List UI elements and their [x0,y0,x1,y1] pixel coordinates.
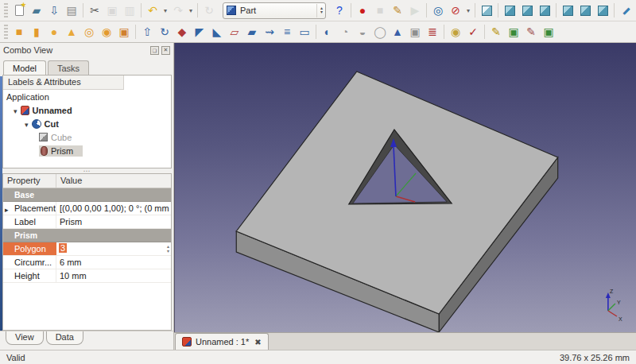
primitive-box-button[interactable]: ■ [10,23,28,41]
connect-objects-button[interactable]: ▲ [389,23,406,41]
refresh-button[interactable]: ↻ [200,2,218,19]
property-value[interactable]: 6 mm [56,256,171,269]
redo-history-button[interactable] [187,2,195,19]
save-document-button[interactable]: ⇩ [45,2,63,19]
view-axonometric-button[interactable] [478,2,495,19]
tab-view[interactable]: View [6,331,44,345]
view-rear-button[interactable] [559,2,576,19]
view-left-button[interactable] [594,2,611,19]
workbench-label: Part [240,6,256,15]
boolean-intersection-button[interactable]: ◯ [371,23,389,41]
tree-item-cube[interactable]: Cube [3,130,171,144]
zoom-fit-all-button[interactable]: ◎ [429,2,447,19]
macro-play-button[interactable]: ▶ [406,2,424,19]
tree-item-application[interactable]: Application [3,90,171,103]
expand-arrow-icon[interactable] [5,204,9,214]
polygon-spinbox[interactable]: 3 [56,242,171,255]
extrude-button[interactable]: ⇧ [138,23,156,41]
fillet-button[interactable]: ◤ [191,23,208,41]
float-panel-icon[interactable] [150,46,159,55]
primitive-sphere-button[interactable]: ● [45,23,63,41]
check-geometry-button[interactable]: ◉ [447,23,464,41]
redo-button[interactable]: ↷ [169,2,187,19]
print-button[interactable]: ▤ [63,2,80,19]
workbench-selector[interactable]: Part [223,2,326,19]
whats-this-button[interactable]: ? [331,2,348,19]
cut-clipboard-button[interactable]: ✂ [86,2,103,19]
primitive-cylinder-button[interactable]: ▮ [28,23,45,41]
boolean-cut-button[interactable]: ◔ [336,23,354,41]
close-document-icon[interactable] [254,338,261,347]
combo-view-tabs: Model Tasks [0,57,173,75]
macro-stop-button[interactable]: ■ [371,2,389,19]
copy-button[interactable]: ▣ [103,2,121,19]
property-row-placement[interactable]: Placement [(0,00 0,00 1,00); 0 °; (0 mm … [3,202,171,215]
save-document-icon: ⇩ [49,5,59,16]
property-row-height[interactable]: Height 10 mm [3,269,171,283]
property-value[interactable]: [(0,00 0,00 1,00); 0 °; (0 mm 0 m... [56,202,171,215]
cross-section-button[interactable]: ▭ [296,23,313,41]
undo-button[interactable]: ↶ [144,2,161,19]
macro-record-button[interactable]: ● [354,2,371,19]
view-right-button[interactable] [536,2,553,19]
property-group-base[interactable]: Base [3,188,171,202]
primitive-torus-button[interactable]: ◎ [80,23,98,41]
shape-builder-button[interactable]: ▣ [115,23,133,41]
defeaturing-button[interactable]: ✓ [464,23,482,41]
tree-item-prism[interactable]: Prism [3,144,171,157]
sweep-button[interactable]: ⇝ [261,23,278,41]
close-panel-icon[interactable] [161,46,170,55]
create-sketch-button[interactable]: ✎ [487,23,505,41]
property-row-circumradius[interactable]: Circumr... 6 mm [3,256,171,269]
property-group-prism[interactable]: Prism [3,229,171,242]
undo-history-button[interactable] [161,2,169,19]
boolean-union-button[interactable]: ◒ [354,23,371,41]
map-sketch-to-face-button[interactable]: ▣ [505,23,522,41]
tree-column-header[interactable]: Labels & Attributes [3,76,124,90]
draw-style-button[interactable]: ⊘ [447,2,464,19]
property-value[interactable]: Prism [56,215,171,228]
document-tab[interactable]: Unnamed : 1* [175,333,269,350]
primitive-cone-button[interactable]: ▲ [63,23,80,41]
macro-edit-button[interactable]: ✎ [389,2,406,19]
column-header-value[interactable]: Value [56,174,86,188]
paste-button[interactable]: ▥ [121,2,138,19]
new-document-button[interactable] [10,2,28,19]
standard-toolbar-handle[interactable] [4,3,8,17]
chamfer-button[interactable]: ◣ [208,23,226,41]
edit-sketch-button[interactable]: ✎ [522,23,540,41]
column-header-property[interactable]: Property [3,174,56,188]
property-row-label[interactable]: Label Prism [3,215,171,229]
view-bottom-button[interactable] [576,2,594,19]
expander-caret-icon[interactable] [25,119,29,129]
view-front-button[interactable] [501,2,518,19]
mirror-button[interactable]: ◆ [173,23,191,41]
open-document-button[interactable]: ▰ [28,2,45,19]
boolean-splitter-button[interactable]: ≣ [424,23,441,41]
spinner-arrows[interactable] [167,243,169,254]
3d-viewport[interactable]: Z Y X [174,43,636,332]
tab-model[interactable]: Model [3,60,46,75]
revolve-button[interactable]: ↻ [156,23,173,41]
combo-view-titlebar[interactable]: Combo View [0,43,173,57]
measure-distance-button[interactable]: ▬ [617,2,634,19]
part-toolbar-handle[interactable] [4,25,8,39]
combo-spinner-icon[interactable] [316,4,323,17]
boolean-button[interactable]: ◐ [319,23,336,41]
loft-button[interactable]: ≡ [278,23,296,41]
view-top-button[interactable] [518,2,536,19]
tree-item-cut[interactable]: Cut [3,117,171,130]
make-face-button[interactable]: ▱ [226,23,243,41]
toolbar-separator [498,3,498,17]
tree-item-unnamed[interactable]: Unnamed [3,103,171,117]
primitive-tube-button[interactable]: ◉ [98,23,115,41]
property-row-polygon[interactable]: Polygon 3 [3,242,171,256]
make-compound-button[interactable]: ▣ [406,23,424,41]
property-value[interactable]: 10 mm [56,269,171,282]
tab-tasks[interactable]: Tasks [48,60,89,75]
draw-style-menu-button[interactable] [464,2,472,19]
expander-caret-icon[interactable] [14,106,17,115]
tab-data[interactable]: Data [46,331,83,345]
ruled-surface-button[interactable]: ▰ [243,23,261,41]
validate-sketch-button[interactable]: ▣ [540,23,557,41]
